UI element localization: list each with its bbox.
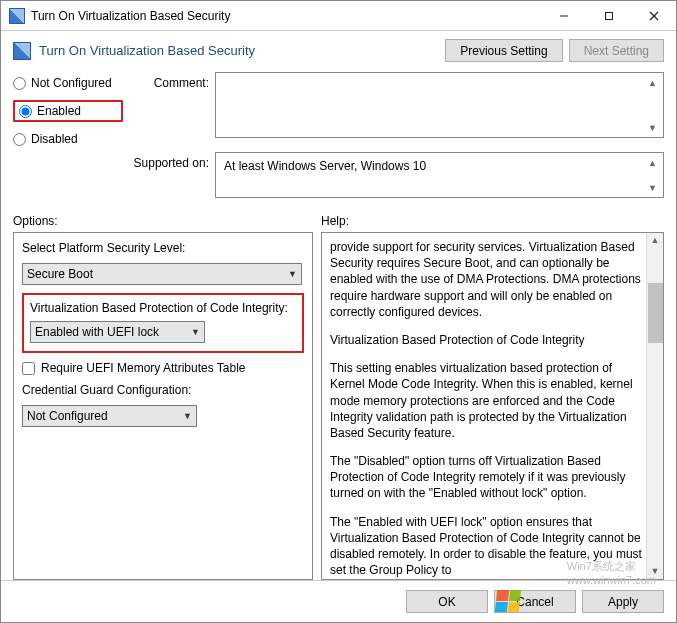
policy-icon	[13, 42, 31, 60]
dialog-footer: OK Cancel Apply	[1, 580, 676, 622]
require-uefi-mat-checkbox[interactable]	[22, 362, 35, 375]
state-not-configured[interactable]: Not Configured	[13, 76, 123, 90]
comment-label: Comment:	[123, 72, 209, 90]
help-text: This setting enables virtualization base…	[330, 360, 643, 441]
radio-enabled[interactable]	[19, 105, 32, 118]
app-icon	[9, 8, 25, 24]
state-disabled[interactable]: Disabled	[13, 132, 123, 146]
maximize-button[interactable]	[586, 1, 631, 30]
scroll-down-icon[interactable]: ▼	[648, 564, 663, 579]
platform-security-level-label: Select Platform Security Level:	[22, 241, 304, 255]
svg-rect-1	[605, 12, 612, 19]
vbpci-label: Virtualization Based Protection of Code …	[30, 301, 296, 315]
scroll-down-icon: ▼	[645, 180, 660, 195]
credential-guard-label: Credential Guard Configuration:	[22, 383, 304, 397]
help-panel: provide support for security services. V…	[321, 232, 664, 580]
state-enabled-highlight: Enabled	[13, 100, 123, 122]
window-title: Turn On Virtualization Based Security	[31, 9, 541, 23]
help-section-label: Help:	[321, 214, 349, 228]
select-value: Not Configured	[27, 409, 108, 423]
select-value: Enabled with UEFI lock	[35, 325, 159, 339]
help-text: provide support for security services. V…	[330, 239, 643, 320]
select-value: Secure Boot	[27, 267, 93, 281]
comment-scrollbar[interactable]: ▲ ▼	[644, 75, 661, 135]
panels: Select Platform Security Level: Secure B…	[1, 232, 676, 580]
supported-label: Supported on:	[123, 152, 209, 170]
options-panel: Select Platform Security Level: Secure B…	[13, 232, 313, 580]
vbpci-select[interactable]: Enabled with UEFI lock ▼	[30, 321, 205, 343]
policy-title: Turn On Virtualization Based Security	[39, 43, 445, 58]
header-row: Turn On Virtualization Based Security Pr…	[1, 31, 676, 72]
radio-not-configured[interactable]	[13, 77, 26, 90]
scrollbar-thumb[interactable]	[648, 283, 663, 343]
state-enabled[interactable]: Enabled	[19, 104, 81, 118]
section-labels: Options: Help:	[1, 206, 676, 232]
help-scrollbar[interactable]: ▲ ▼	[646, 233, 663, 579]
help-text: The "Enabled with UEFI lock" option ensu…	[330, 514, 643, 579]
radio-label: Enabled	[37, 104, 81, 118]
next-setting-button[interactable]: Next Setting	[569, 39, 664, 62]
window-controls	[541, 1, 676, 30]
chevron-down-icon: ▼	[288, 269, 297, 279]
scroll-up-icon[interactable]: ▲	[645, 75, 660, 90]
ok-button[interactable]: OK	[406, 590, 488, 613]
config-area: Not Configured Enabled Disabled Comment:…	[1, 72, 676, 206]
radio-label: Disabled	[31, 132, 78, 146]
supported-on-box: At least Windows Server, Windows 10 ▲ ▼	[215, 152, 664, 198]
help-text: Virtualization Based Protection of Code …	[330, 332, 643, 348]
code-integrity-highlight: Virtualization Based Protection of Code …	[22, 293, 304, 353]
require-uefi-mat-row[interactable]: Require UEFI Memory Attributes Table	[22, 361, 304, 375]
supported-row: Supported on: At least Windows Server, W…	[123, 152, 664, 198]
supported-on-value: At least Windows Server, Windows 10	[224, 159, 426, 173]
options-section-label: Options:	[13, 214, 321, 228]
radio-label: Not Configured	[31, 76, 112, 90]
platform-security-level-select[interactable]: Secure Boot ▼	[22, 263, 302, 285]
checkbox-label: Require UEFI Memory Attributes Table	[41, 361, 246, 375]
comment-row: Comment: ▲ ▼	[123, 72, 664, 138]
cancel-button[interactable]: Cancel	[494, 590, 576, 613]
help-text: The "Disabled" option turns off Virtuali…	[330, 453, 643, 502]
apply-button[interactable]: Apply	[582, 590, 664, 613]
minimize-button[interactable]	[541, 1, 586, 30]
titlebar: Turn On Virtualization Based Security	[1, 1, 676, 31]
gpo-editor-window: Turn On Virtualization Based Security Tu…	[0, 0, 677, 623]
scroll-up-icon: ▲	[645, 155, 660, 170]
radio-disabled[interactable]	[13, 133, 26, 146]
chevron-down-icon: ▼	[183, 411, 192, 421]
close-button[interactable]	[631, 1, 676, 30]
comment-textarea[interactable]: ▲ ▼	[215, 72, 664, 138]
credential-guard-select[interactable]: Not Configured ▼	[22, 405, 197, 427]
chevron-down-icon: ▼	[191, 327, 200, 337]
supported-scrollbar: ▲ ▼	[644, 155, 661, 195]
scroll-down-icon[interactable]: ▼	[645, 120, 660, 135]
scroll-up-icon[interactable]: ▲	[648, 233, 663, 248]
state-radio-group: Not Configured Enabled Disabled	[13, 72, 123, 198]
previous-setting-button[interactable]: Previous Setting	[445, 39, 562, 62]
